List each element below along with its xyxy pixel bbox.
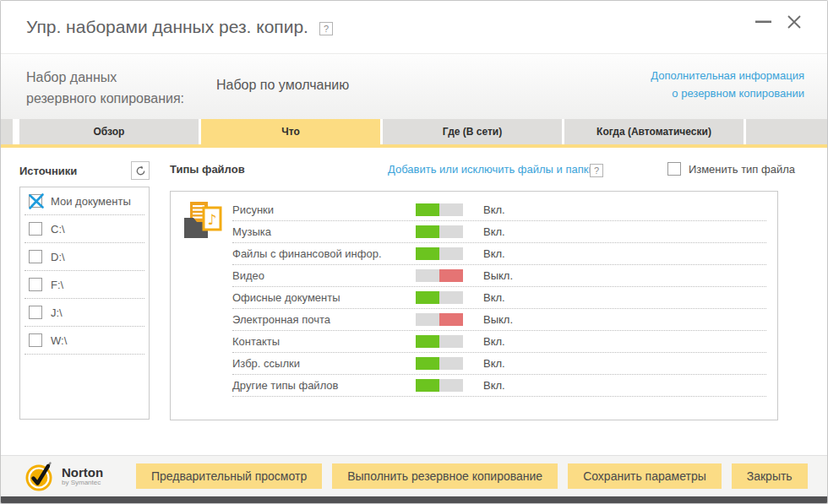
norton-logo-icon bbox=[25, 461, 56, 492]
file-type-state: Выкл. bbox=[463, 269, 766, 282]
source-item[interactable]: Мои документы bbox=[25, 187, 144, 215]
toggle-left-segment bbox=[416, 291, 439, 304]
toggle-left-segment bbox=[416, 313, 439, 326]
close-button[interactable] bbox=[783, 11, 805, 33]
sources-panel: Источники Мои д bbox=[19, 161, 150, 420]
refresh-button[interactable] bbox=[131, 161, 150, 180]
file-type-row: Файлы с финансовой инфор. Вкл. bbox=[232, 243, 766, 265]
source-label: J:\ bbox=[51, 306, 63, 319]
file-type-label: Контакты bbox=[232, 335, 416, 348]
tab[interactable]: Когда (Автоматически) bbox=[564, 119, 744, 144]
window-title: Упр. наборами данных рез. копир. bbox=[26, 17, 308, 37]
toggle-right-segment bbox=[439, 225, 463, 238]
footer-bar: Norton by Symantec Предварительный просм… bbox=[1, 455, 827, 496]
tab-label: Обзор bbox=[94, 126, 125, 138]
file-type-label: Избр. ссылки bbox=[232, 357, 416, 370]
sources-title: Источники bbox=[19, 165, 77, 177]
file-type-row: Музыка Вкл. bbox=[232, 221, 766, 243]
action-button[interactable]: Закрыть bbox=[732, 463, 808, 489]
file-types-panel: Типы файлов Добавить или исключить файлы… bbox=[170, 161, 795, 420]
toggle-right-segment bbox=[439, 203, 463, 216]
file-type-label: Офисные документы bbox=[232, 291, 416, 304]
action-button[interactable]: Предварительный просмотр bbox=[136, 463, 322, 489]
source-checkbox[interactable] bbox=[29, 333, 42, 347]
file-type-state: Вкл. bbox=[463, 225, 766, 238]
edit-file-type-control[interactable]: Изменить тип файла bbox=[667, 162, 795, 176]
file-type-state: Вкл. bbox=[463, 357, 766, 370]
file-type-label: Видео bbox=[232, 269, 416, 282]
source-item[interactable]: F:\ bbox=[25, 271, 144, 299]
title-help-icon[interactable]: ? bbox=[319, 22, 333, 35]
main-content: Источники Мои д bbox=[1, 148, 827, 455]
close-icon bbox=[787, 14, 802, 30]
file-type-row: Рисунки Вкл. bbox=[232, 199, 766, 221]
source-item[interactable]: J:\ bbox=[25, 299, 144, 327]
action-button[interactable]: Сохранить параметры bbox=[568, 463, 722, 489]
source-checkbox[interactable] bbox=[29, 222, 42, 236]
action-button-label: Закрыть bbox=[747, 469, 793, 483]
norton-brand: Norton by Symantec bbox=[25, 461, 128, 492]
brand-byline: by Symantec bbox=[62, 479, 103, 486]
file-type-row: Контакты Вкл. bbox=[232, 331, 766, 353]
edit-file-type-label: Изменить тип файла bbox=[689, 163, 795, 176]
brand-name: Norton bbox=[62, 466, 103, 479]
source-checkbox[interactable] bbox=[29, 194, 42, 208]
toggle-switch[interactable] bbox=[416, 335, 463, 348]
source-item[interactable]: W:\ bbox=[25, 327, 144, 355]
action-button[interactable]: Выполнить резервное копирование bbox=[332, 463, 558, 489]
action-button-label: Предварительный просмотр bbox=[151, 469, 307, 483]
source-item[interactable]: D:\ bbox=[25, 243, 144, 271]
backup-settings-window: Упр. наборами данных рез. копир. ? Набор… bbox=[0, 0, 828, 504]
action-button-label: Сохранить параметры bbox=[583, 469, 706, 483]
source-checkbox[interactable] bbox=[29, 250, 42, 263]
file-type-label: Файлы с финансовой инфор. bbox=[232, 247, 416, 260]
file-type-row: Другие типы файлов Вкл. bbox=[232, 375, 766, 397]
minimize-icon bbox=[755, 20, 772, 24]
add-exclude-files-link[interactable]: Добавить или исключить файлы и папки bbox=[388, 163, 595, 176]
file-type-state: Вкл. bbox=[463, 335, 766, 348]
file-type-state: Выкл. bbox=[463, 313, 766, 326]
minimize-button[interactable] bbox=[753, 11, 775, 33]
tab-label: Что bbox=[281, 126, 299, 138]
toggle-right-segment bbox=[439, 335, 463, 348]
file-type-row: Офисные документы Вкл. bbox=[232, 287, 766, 309]
file-types-help-icon[interactable]: ? bbox=[590, 164, 603, 177]
source-label: F:\ bbox=[51, 279, 63, 291]
tab[interactable]: Где (В сети) bbox=[383, 119, 562, 144]
dataset-header: Набор данных резервного копирования: Наб… bbox=[1, 53, 827, 119]
toggle-switch[interactable] bbox=[416, 357, 463, 370]
tab[interactable]: Обзор bbox=[19, 119, 199, 144]
toggle-switch[interactable] bbox=[416, 225, 463, 238]
file-type-label: Музыка bbox=[232, 225, 416, 238]
svg-text:♪: ♪ bbox=[208, 211, 217, 228]
tab-label: Где (В сети) bbox=[443, 126, 502, 138]
refresh-icon bbox=[135, 165, 146, 176]
file-type-row: Избр. ссылки Вкл. bbox=[232, 353, 766, 375]
backup-info-link[interactable]: Дополнительная информация о резервном ко… bbox=[651, 67, 804, 102]
toggle-left-segment bbox=[416, 269, 439, 282]
tab-bar: Обзор Что Где (В сети) Когда (Автоматиче… bbox=[1, 119, 827, 148]
source-checkbox[interactable] bbox=[29, 306, 42, 319]
toggle-switch[interactable] bbox=[416, 269, 463, 282]
toggle-left-segment bbox=[416, 203, 439, 216]
toggle-left-segment bbox=[416, 379, 439, 392]
toggle-switch[interactable] bbox=[416, 291, 463, 304]
toggle-left-segment bbox=[416, 357, 439, 370]
file-type-label: Рисунки bbox=[232, 203, 416, 216]
tab-label: Когда (Автоматически) bbox=[596, 126, 711, 138]
toggle-switch[interactable] bbox=[416, 313, 463, 326]
file-types-title: Типы файлов bbox=[170, 163, 245, 176]
toggle-right-segment bbox=[439, 291, 463, 304]
tab-strip-filler bbox=[746, 119, 827, 144]
file-type-row: Электронная почта Выкл. bbox=[232, 309, 766, 331]
source-checkbox[interactable] bbox=[29, 278, 42, 291]
edit-file-type-checkbox[interactable] bbox=[667, 162, 681, 176]
toggle-switch[interactable] bbox=[416, 247, 463, 260]
source-item[interactable]: C:\ bbox=[25, 215, 144, 243]
toggle-switch[interactable] bbox=[416, 379, 463, 392]
tab[interactable]: Что bbox=[201, 119, 380, 144]
toggle-switch[interactable] bbox=[416, 203, 463, 216]
title-bar: Упр. наборами данных рез. копир. ? bbox=[1, 1, 827, 53]
tab-strip-stub bbox=[1, 119, 13, 144]
file-type-state: Вкл. bbox=[463, 247, 766, 260]
